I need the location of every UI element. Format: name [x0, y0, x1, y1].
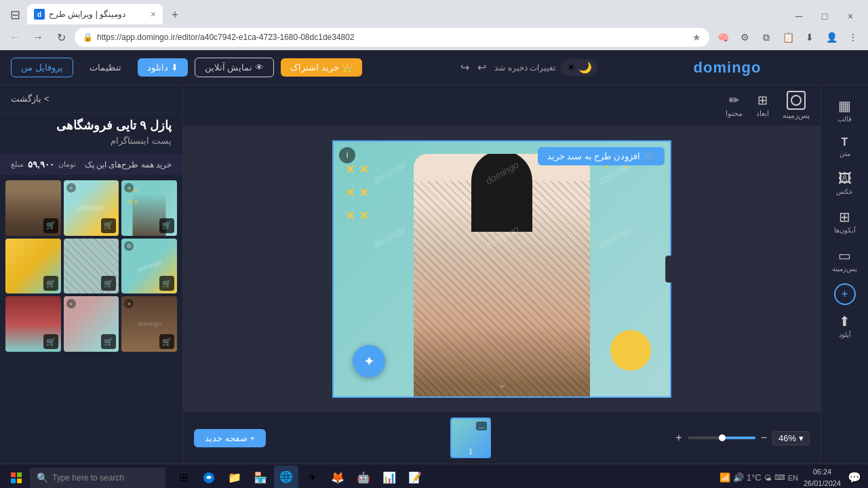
theme-toggle[interactable]: 🌙 ☀	[561, 59, 597, 76]
taskbar-task-view[interactable]: ⊞	[171, 466, 195, 489]
plus-deco-6: ×	[346, 207, 355, 224]
back-btn[interactable]: > بازگشت	[11, 94, 50, 104]
canvas-chevron[interactable]: ⌄	[497, 376, 507, 391]
thumb-6-cart-btn[interactable]: 🛒	[43, 276, 58, 291]
sidebar-item-icons[interactable]: ⊞ آیکون‌ها	[821, 203, 868, 239]
back-btn[interactable]: ←	[5, 28, 24, 47]
browser-more-btn[interactable]: ⋮	[844, 28, 863, 47]
browser-split-btn[interactable]: ⧉	[757, 28, 776, 47]
sidebar-item-template[interactable]: ▦ قالب	[821, 92, 868, 128]
background-icon: ▭	[838, 247, 851, 264]
canvas-info-btn[interactable]: i	[339, 147, 355, 163]
online-preview-btn[interactable]: 👁 نمایش آنلاین	[195, 58, 275, 77]
zoom-in-btn[interactable]: +	[675, 432, 682, 444]
tab-close-btn[interactable]: ×	[151, 9, 156, 20]
redo-btn[interactable]: ↪	[458, 58, 472, 77]
thumb-9-cart-btn[interactable]: 🛒	[43, 334, 58, 349]
eye-icon: 👁	[255, 62, 264, 73]
notification-btn[interactable]: 💬	[846, 470, 863, 486]
browser-ext-btn[interactable]: ⚙	[735, 28, 754, 47]
taskbar-telegram[interactable]: ✈	[300, 466, 324, 489]
add-page-btn[interactable]: + صفحه جدید	[194, 429, 266, 447]
address-input[interactable]: 🔒 https://app.domingo.ir/editor/a40c7942…	[75, 28, 709, 47]
canvas-arrow-btn[interactable]: ›	[665, 256, 671, 283]
thumb-4-dots-btn[interactable]: ◎	[124, 241, 134, 251]
thumb-8[interactable]: 🛒 +	[64, 296, 119, 352]
thumb-1[interactable]: × × × × 🛒 +	[121, 180, 177, 236]
thumb-9[interactable]: 🛒	[5, 296, 61, 352]
maximize-btn[interactable]: □	[812, 8, 837, 24]
forward-btn[interactable]: →	[28, 28, 47, 47]
minimize-btn[interactable]: ─	[787, 8, 811, 24]
canvas-frame[interactable]: domingo domingo domingo domingo domingo …	[332, 140, 671, 398]
taskbar-eng-icon[interactable]: EN	[788, 474, 798, 482]
taskbar-volume-icon[interactable]: 🔊	[733, 472, 744, 483]
page-thumb-1[interactable]: ... 1	[450, 418, 491, 458]
settings-btn[interactable]: تنظیمات	[80, 58, 131, 77]
sidebar-item-photo[interactable]: 🖼 عکس	[821, 165, 868, 201]
taskbar-app-1[interactable]: 🏪	[248, 466, 273, 489]
thumb-8-cart-btn[interactable]: 🛒	[101, 334, 116, 349]
sidebar-add-btn[interactable]: +	[834, 283, 856, 305]
thumb-2-cart-btn[interactable]: 🛒	[101, 218, 116, 233]
start-button[interactable]	[5, 467, 27, 489]
pack-buy-bar: خرید همه طرح‌های این پک تومان ۵۹,۹۰۰ مبل…	[0, 154, 182, 175]
tool-dimensions[interactable]: ⊞ ابعاد	[756, 93, 769, 118]
tool-content[interactable]: ✏ محتوا	[726, 93, 743, 118]
zoom-handle[interactable]	[719, 434, 726, 441]
thumb-5-cart-btn[interactable]: 🛒	[101, 276, 116, 291]
profile-btn[interactable]: پروفایل من	[11, 58, 73, 77]
thumb-8-dots-btn[interactable]: +	[66, 299, 76, 308]
taskbar-android[interactable]: 🤖	[351, 466, 376, 489]
pack-subtitle: پست اینستاگرام	[0, 136, 182, 154]
buy-subscription-btn[interactable]: 👑 خرید اشتراک	[281, 58, 362, 77]
zoom-value-display[interactable]: ▾ 46%	[772, 431, 810, 445]
taskbar-firefox[interactable]: 🦊	[326, 466, 350, 489]
taskbar-chrome[interactable]: 🌐	[274, 466, 298, 489]
zoom-controls: ▾ 46% − +	[675, 431, 810, 445]
address-bar: ← → ↻ 🔒 https://app.domingo.ir/editor/a4…	[0, 24, 868, 50]
sidebar-item-upload[interactable]: ⬆ آپلود	[821, 308, 868, 344]
thumb-6[interactable]: 🛒	[5, 239, 61, 294]
sidebar-item-text[interactable]: T متن	[821, 131, 868, 163]
thumb-4[interactable]: domingo 🛒 ◎	[121, 239, 177, 294]
thumb-3-cart-btn[interactable]: 🛒	[43, 218, 58, 233]
thumb-2[interactable]: domingo 🛒 +	[64, 180, 119, 236]
browser-fav-btn[interactable]: 📋	[778, 28, 797, 47]
taskbar-word[interactable]: 📝	[403, 466, 427, 489]
refresh-btn[interactable]: ↻	[52, 28, 71, 47]
thumb-5[interactable]: 🛒	[64, 239, 119, 294]
zoom-out-btn[interactable]: −	[761, 432, 767, 444]
new-tab-btn[interactable]: +	[165, 5, 184, 24]
browser-profile-btn[interactable]: 👤	[822, 28, 841, 47]
sidebar-item-background[interactable]: ▭ پس‌زمینه	[821, 242, 868, 278]
taskbar-excel[interactable]: 📊	[377, 466, 401, 489]
thumb-2-dots-btn[interactable]: +	[66, 183, 76, 192]
page-thumb-more-btn[interactable]: ...	[476, 422, 487, 430]
taskbar-edge[interactable]	[197, 466, 221, 489]
back-label: بازگشت	[11, 94, 41, 104]
app-logo: domingo	[694, 59, 762, 77]
active-tab[interactable]: d دومینگو | ویرایش طرح ×	[27, 4, 163, 24]
tool-background[interactable]: پس‌زمینه	[783, 91, 810, 120]
browser-icon[interactable]: ⊟	[5, 5, 24, 24]
thumb-1-cart-btn[interactable]: 🛒	[159, 218, 174, 233]
browser-down-btn[interactable]: ⬇	[800, 28, 819, 47]
thumb-7-cart-btn[interactable]: 🛒	[159, 334, 174, 349]
sun-icon: ☀	[566, 61, 576, 74]
zoom-bar[interactable]	[688, 436, 755, 439]
undo-btn[interactable]: ↩	[475, 58, 489, 77]
thumb-7[interactable]: domingo 🛒 +	[121, 296, 177, 352]
taskbar-file-explorer[interactable]: 📁	[222, 466, 247, 489]
browser-ai-btn[interactable]: 🧠	[713, 28, 732, 47]
taskbar-search[interactable]: 🔍 Type here to search	[30, 468, 165, 488]
thumb-4-cart-btn[interactable]: 🛒	[159, 276, 174, 291]
download-btn[interactable]: ⬇ دانلود	[138, 58, 188, 77]
magic-btn[interactable]: ✦	[353, 345, 385, 378]
taskbar-wifi-icon[interactable]: 📶	[719, 472, 730, 483]
thumb-3[interactable]: 🛒	[5, 180, 61, 236]
add-to-cart-btn[interactable]: 🛒 افزودن طرح به سبد خرید	[538, 147, 665, 165]
taskbar-keyboard-icon[interactable]: ⌨	[774, 473, 785, 482]
taskbar-clock[interactable]: 06:24 26/01/2024	[804, 466, 841, 488]
close-btn[interactable]: ×	[838, 8, 863, 24]
